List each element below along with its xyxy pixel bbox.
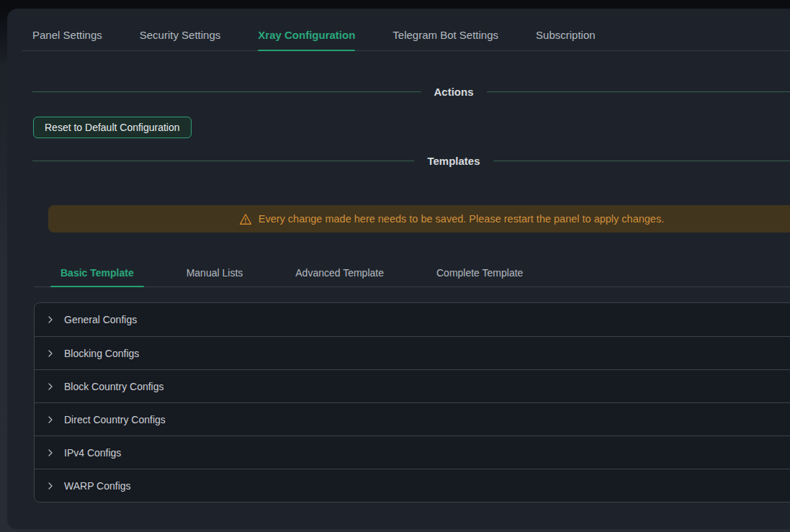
- chevron-right-icon: [46, 482, 55, 490]
- collapse-label: Direct Country Configs: [64, 414, 166, 425]
- collapse-label: General Configs: [64, 314, 137, 325]
- settings-tab-bar: Panel Settings Security Settings Xray Co…: [22, 19, 790, 51]
- templates-divider: Templates: [32, 152, 790, 169]
- tab-manual-lists[interactable]: Manual Lists: [176, 259, 253, 287]
- chevron-right-icon: [46, 415, 55, 424]
- divider-line: [32, 161, 414, 161]
- collapse-blocking-configs[interactable]: Blocking Configs: [35, 336, 790, 369]
- config-collapse-list: General Configs Blocking Configs Block C…: [34, 302, 790, 502]
- tab-advanced-template[interactable]: Advanced Template: [285, 259, 394, 287]
- collapse-label: IPv4 Configs: [64, 447, 121, 459]
- divider-line: [487, 91, 790, 92]
- alert-message: Every change made here needs to be saved…: [259, 213, 664, 225]
- collapse-warp-configs[interactable]: WARP Configs: [35, 469, 790, 502]
- collapse-general-configs[interactable]: General Configs: [35, 303, 790, 336]
- tab-basic-template[interactable]: Basic Template: [50, 259, 144, 287]
- chevron-right-icon: [46, 315, 55, 324]
- tab-complete-template[interactable]: Complete Template: [426, 259, 533, 287]
- collapse-label: WARP Configs: [64, 480, 131, 492]
- chevron-right-icon: [46, 349, 55, 358]
- collapse-ipv4-configs[interactable]: IPv4 Configs: [35, 436, 790, 469]
- collapse-label: Block Country Configs: [64, 381, 164, 392]
- template-tab-bar: Basic Template Manual Lists Advanced Tem…: [34, 259, 790, 287]
- templates-divider-title: Templates: [414, 155, 493, 167]
- collapse-label: Blocking Configs: [64, 348, 139, 359]
- chevron-right-icon: [46, 382, 55, 391]
- tab-subscription[interactable]: Subscription: [536, 19, 596, 50]
- actions-divider: Actions: [32, 83, 790, 100]
- tab-security-settings[interactable]: Security Settings: [140, 19, 221, 50]
- tab-panel-settings[interactable]: Panel Settings: [32, 19, 102, 50]
- tab-xray-configuration[interactable]: Xray Configuration: [258, 19, 355, 50]
- divider-line: [493, 161, 790, 161]
- collapse-block-country-configs[interactable]: Block Country Configs: [35, 369, 790, 402]
- restart-panel-alert: Every change made here needs to be saved…: [48, 205, 790, 233]
- collapse-direct-country-configs[interactable]: Direct Country Configs: [35, 402, 790, 436]
- chevron-right-icon: [46, 448, 55, 457]
- settings-card: Panel Settings Security Settings Xray Co…: [7, 9, 790, 529]
- tab-telegram-bot-settings[interactable]: Telegram Bot Settings: [392, 19, 498, 50]
- actions-divider-title: Actions: [421, 86, 487, 98]
- warning-triangle-icon: [239, 213, 252, 225]
- reset-default-config-button[interactable]: Reset to Default Configuration: [33, 117, 192, 138]
- divider-line: [32, 91, 421, 92]
